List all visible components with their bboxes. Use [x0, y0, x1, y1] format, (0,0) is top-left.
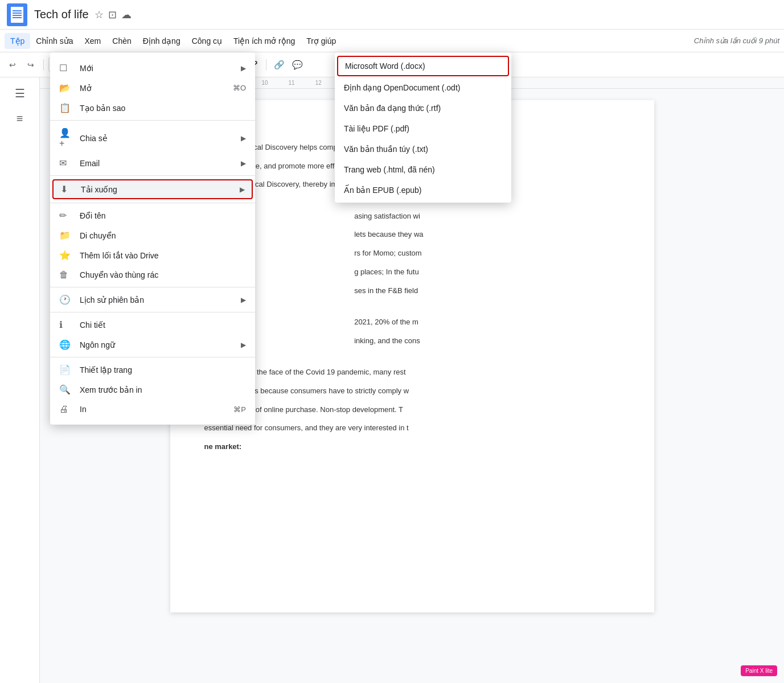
submenu-pdf[interactable]: Tài liệu PDF (.pdf) — [335, 118, 511, 139]
download-icon: ⬇ — [60, 184, 74, 195]
star-icon[interactable]: ☆ — [95, 9, 104, 21]
menu-tools[interactable]: Công cụ — [186, 33, 228, 49]
submenu-html-label: Trang web (.html, đã nén) — [344, 165, 435, 174]
menu-open[interactable]: 📂 Mở ⌘O — [50, 78, 255, 98]
doc-title: Tech of life — [34, 8, 89, 21]
submenu-txt-label: Văn bản thuần túy (.txt) — [344, 145, 428, 154]
menu-shortcut[interactable]: ⭐ Thêm lối tắt vào Drive — [50, 245, 255, 265]
open-shortcut: ⌘O — [233, 84, 246, 92]
menu-share[interactable]: 👤+ Chia sẻ ▶ — [50, 123, 255, 153]
menu-rename[interactable]: ✏ Đổi tên — [50, 205, 255, 225]
title-icons: ☆ ⊡ ☁ — [95, 9, 132, 21]
details-icon: ℹ — [59, 319, 73, 330]
sidebar-pages-icon[interactable]: ☰ — [10, 83, 30, 104]
menu-page-setup[interactable]: 📄 Thiết lập trang — [50, 360, 255, 380]
menu-print-label: In — [80, 405, 233, 414]
submenu-html[interactable]: Trang web (.html, đã nén) — [335, 159, 511, 180]
menu-history-label: Lịch sử phiên bản — [80, 295, 236, 305]
comment-btn[interactable]: 💬 — [289, 57, 305, 73]
menu-move[interactable]: 📁 Di chuyển — [50, 225, 255, 245]
menu-file[interactable]: Tệp — [5, 33, 30, 49]
menu-format[interactable]: Định dạng — [137, 33, 186, 49]
download-submenu: Microsoft Word (.docx) Định dạng OpenDoc… — [335, 52, 511, 203]
language-icon: 🌐 — [59, 339, 73, 350]
menu-language-label: Ngôn ngữ — [80, 340, 236, 349]
link-btn[interactable]: 🔗 — [271, 57, 287, 73]
menu-rename-label: Đổi tên — [80, 211, 246, 220]
menu-section-5: 🕐 Lịch sử phiên bản ▶ — [50, 287, 255, 312]
submenu-txt[interactable]: Văn bản thuần túy (.txt) — [335, 139, 511, 159]
new-arrow: ▶ — [241, 64, 246, 72]
email-icon: ✉ — [59, 158, 73, 168]
menu-help[interactable]: Trợ giúp — [301, 33, 342, 49]
submenu-epub[interactable]: Ấn bản EPUB (.epub) — [335, 180, 511, 200]
menu-extensions[interactable]: Tiện ích mở rộng — [228, 33, 301, 49]
submenu-odt[interactable]: Định dạng OpenDocument (.odt) — [335, 77, 511, 98]
menu-open-label: Mở — [80, 84, 233, 93]
doc-line-8: g places; In the futu — [204, 266, 620, 278]
doc-line-15: essential need for consumers, and they a… — [204, 422, 620, 434]
print-shortcut: ⌘P — [233, 405, 246, 414]
menu-language[interactable]: 🌐 Ngôn ngữ ▶ — [50, 335, 255, 355]
trash-icon: 🗑 — [59, 270, 73, 280]
doc-icon — [7, 3, 27, 26]
last-edited: Chỉnh sửa lần cuối 9 phút — [694, 36, 779, 45]
submenu-epub-label: Ấn bản EPUB (.epub) — [344, 186, 422, 195]
doc-line-12: is enormous. In the face of the Covid 19… — [204, 367, 620, 378]
doc-line-5: asing satisfaction wi — [204, 211, 620, 223]
menu-section-2: 👤+ Chia sẻ ▶ ✉ Email ▶ — [50, 121, 255, 176]
doc-line-9: ses in the F&B field — [204, 285, 620, 297]
download-arrow: ▶ — [240, 186, 245, 194]
menu-download[interactable]: ⬇ Tải xuống ▶ — [52, 179, 253, 199]
menu-section-6: ℹ Chi tiết 🌐 Ngôn ngữ ▶ — [50, 312, 255, 357]
menu-details[interactable]: ℹ Chi tiết — [50, 315, 255, 335]
menu-insert[interactable]: Chèn — [106, 33, 137, 49]
menu-view[interactable]: Xem — [79, 33, 107, 49]
doc-line-13: s face difficulties because consumers ha… — [204, 385, 620, 397]
menu-bar: Tệp Chỉnh sửa Xem Chèn Định dạng Công cụ… — [0, 30, 784, 52]
shortcut-icon: ⭐ — [59, 250, 73, 261]
page-setup-icon: 📄 — [59, 364, 73, 375]
menu-move-label: Di chuyển — [80, 231, 246, 240]
menu-email[interactable]: ✉ Email ▶ — [50, 153, 255, 173]
menu-trash-label: Chuyển vào thùng rác — [80, 270, 246, 279]
menu-print-preview-label: Xem trước bản in — [80, 385, 246, 394]
menu-shortcut-label: Thêm lối tắt vào Drive — [80, 251, 246, 260]
share-arrow: ▶ — [241, 134, 246, 142]
menu-section-4: ✏ Đổi tên 📁 Di chuyển ⭐ Thêm lối tắt vào… — [50, 203, 255, 287]
print-icon: 🖨 — [59, 404, 73, 414]
menu-section-7: 📄 Thiết lập trang 🔍 Xem trước bản in 🖨 I… — [50, 357, 255, 421]
menu-trash[interactable]: 🗑 Chuyển vào thùng rác — [50, 265, 255, 285]
menu-copy[interactable]: 📋 Tạo bản sao — [50, 98, 255, 118]
menu-page-setup-label: Thiết lập trang — [80, 365, 246, 375]
doc-line-11: inking, and the cons — [204, 335, 620, 347]
menu-edit[interactable]: Chỉnh sửa — [30, 33, 79, 49]
print-preview-icon: 🔍 — [59, 384, 73, 395]
rename-icon: ✏ — [59, 210, 73, 221]
cloud-icon[interactable]: ☁ — [121, 9, 132, 21]
language-arrow: ▶ — [241, 341, 246, 349]
menu-print[interactable]: 🖨 In ⌘P — [50, 400, 255, 419]
left-sidebar: ☰ ≡ — [0, 77, 40, 683]
sidebar-outline-icon[interactable]: ≡ — [10, 108, 30, 129]
menu-new[interactable]: ☐ Mới ▶ — [50, 58, 255, 78]
submenu-pdf-label: Tài liệu PDF (.pdf) — [344, 124, 409, 133]
menu-section-1: ☐ Mới ▶ 📂 Mở ⌘O 📋 Tạo bản sao — [50, 56, 255, 121]
redo-btn[interactable]: ↪ — [23, 57, 39, 73]
folder-icon[interactable]: ⊡ — [108, 9, 117, 21]
submenu-docx[interactable]: Microsoft Word (.docx) — [337, 56, 509, 76]
doc-line-16: ne market: — [204, 441, 620, 453]
move-icon: 📁 — [59, 230, 73, 241]
menu-print-preview[interactable]: 🔍 Xem trước bản in — [50, 380, 255, 400]
title-bar: Tech of life ☆ ⊡ ☁ — [0, 0, 784, 30]
history-icon: 🕐 — [59, 294, 73, 305]
menu-section-3: ⬇ Tải xuống ▶ — [50, 176, 255, 203]
menu-share-label: Chia sẻ — [80, 134, 236, 143]
submenu-odt-label: Định dạng OpenDocument (.odt) — [344, 83, 460, 92]
doc-line-10: 2021, 20% of the m — [204, 316, 620, 328]
submenu-rtf[interactable]: Văn bản đa dạng thức (.rtf) — [335, 98, 511, 118]
menu-download-label: Tải xuống — [81, 185, 235, 194]
menu-history[interactable]: 🕐 Lịch sử phiên bản ▶ — [50, 290, 255, 310]
open-icon: 📂 — [59, 83, 73, 93]
undo-btn[interactable]: ↩ — [5, 57, 20, 73]
